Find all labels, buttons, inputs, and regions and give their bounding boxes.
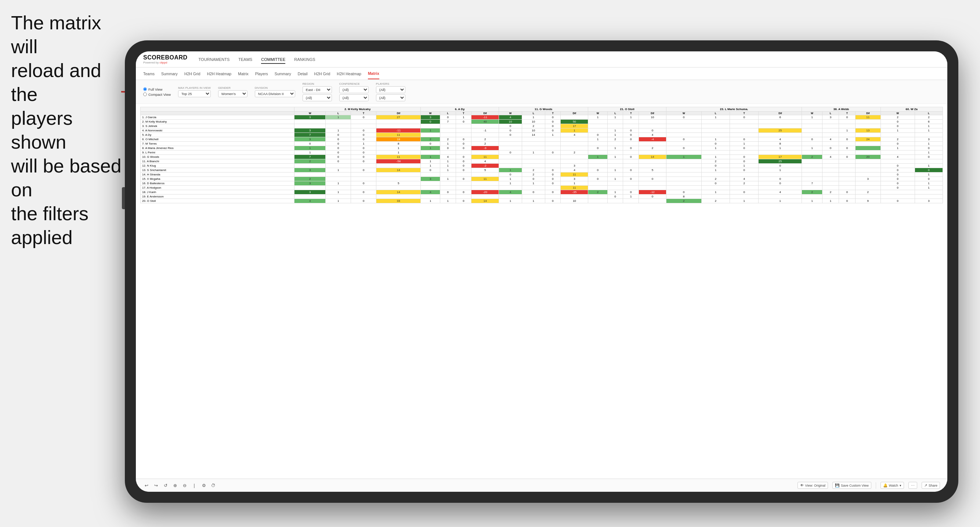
cell: 0 (499, 124, 522, 129)
cell: 1 (440, 159, 456, 163)
cell (607, 142, 623, 146)
subh-w4: W (588, 111, 607, 115)
cell: 0 (730, 137, 759, 142)
nav-rankings[interactable]: RANKINGS (294, 56, 315, 63)
gender-select[interactable]: Women's (218, 90, 248, 97)
share-button[interactable]: ↗ Share (922, 482, 940, 489)
cell (666, 124, 701, 129)
conference-select[interactable]: (All) (339, 86, 369, 93)
cell: 0 (730, 159, 759, 163)
refresh-button[interactable]: ↺ (162, 482, 169, 489)
cell: 0 (701, 181, 730, 186)
max-players-select[interactable]: Top 25 (178, 90, 211, 97)
cell (822, 142, 838, 146)
subh-l7: L (915, 111, 943, 115)
conference-sub-select[interactable]: (All) (339, 94, 369, 101)
redo-button[interactable]: ↪ (153, 482, 159, 489)
tab-h2h-heatmap[interactable]: H2H Heatmap (207, 68, 232, 79)
tab-summary-2[interactable]: Summary (275, 68, 291, 79)
subh-d2: Dif (471, 111, 499, 115)
tab-matrix-1[interactable]: Matrix (238, 68, 248, 79)
cell (880, 151, 915, 155)
division-label: Division (255, 86, 295, 90)
player-name: 17. A Hodgson (141, 186, 294, 190)
cell (545, 137, 561, 142)
players-sub-select[interactable]: (All) (376, 94, 406, 101)
cell (880, 190, 915, 195)
cell (701, 129, 730, 133)
cell (822, 159, 838, 163)
cell (499, 155, 522, 159)
cell: -4 (639, 137, 667, 142)
cell: 2 (880, 115, 915, 120)
full-view-radio[interactable]: Full View (143, 87, 171, 91)
cell (701, 195, 730, 199)
cell: 1 (915, 129, 943, 133)
view-original-button[interactable]: 👁 View: Original (797, 482, 828, 489)
settings-button[interactable]: ⚙ (200, 482, 207, 489)
region-select[interactable]: East - DII (302, 86, 332, 93)
nav-teams[interactable]: TEAMS (238, 56, 252, 63)
tab-detail[interactable]: Detail (298, 68, 308, 79)
nav-committee[interactable]: COMMITTEE (261, 56, 285, 64)
player-name: 1. J Garcia (141, 115, 294, 120)
cell (588, 124, 607, 129)
cell (294, 173, 326, 177)
cell (326, 173, 351, 177)
tab-matrix-active[interactable]: Matrix (368, 68, 379, 79)
cell: 1 (730, 199, 759, 203)
player-name: 13. S Srichantamit (141, 168, 294, 173)
nav-tournaments[interactable]: TOURNAMENTS (199, 56, 230, 63)
cell: 0 (730, 190, 759, 195)
cell: 3 (915, 199, 943, 203)
cell: 2 (588, 190, 607, 195)
cell (822, 168, 838, 173)
tab-teams[interactable]: Teams (143, 68, 154, 79)
undo-button[interactable]: ↩ (143, 482, 150, 489)
cell (351, 186, 376, 190)
timer-button[interactable]: ⏱ (210, 482, 216, 489)
player-name: 16. D Ballesteros (141, 181, 294, 186)
division-select[interactable]: NCAA Division II (255, 90, 295, 97)
region-sub-select[interactable]: (All) (302, 94, 332, 101)
cell (376, 195, 421, 199)
cell: 2 (421, 137, 440, 142)
cell (730, 173, 759, 177)
compact-view-input[interactable] (143, 92, 147, 96)
col-group-za: 60. W Za (880, 107, 943, 111)
cell: 1 (880, 146, 915, 151)
cell: 2 (471, 142, 499, 146)
tab-players[interactable]: Players (255, 68, 268, 79)
matrix-container[interactable]: 2. M Kelly Mulcahy 6. A Dy 11. G Woods 2… (136, 104, 947, 479)
cell: 0 (802, 137, 822, 142)
cell (822, 120, 838, 124)
cell (730, 129, 759, 133)
cell: 1 (326, 181, 351, 186)
cell (802, 133, 822, 137)
zoom-button[interactable]: ⊕ (172, 482, 178, 489)
players-select[interactable]: (All) (376, 86, 406, 93)
tab-h2h-heatmap-2[interactable]: H2H Heatmap (337, 68, 361, 79)
share-button-2[interactable]: ⋯ (908, 482, 917, 489)
tab-h2h-grid[interactable]: H2H Grid (185, 68, 200, 79)
subh-d5: Dif (759, 111, 802, 115)
cell: 50 (561, 120, 588, 124)
cell (701, 173, 730, 177)
cell (639, 163, 667, 168)
cell: 33 (376, 199, 421, 203)
cell (545, 163, 561, 168)
cell: 1 (607, 190, 623, 195)
full-view-input[interactable] (143, 87, 147, 91)
save-custom-button[interactable]: 💾 Save Custom View (832, 482, 871, 489)
cell: 1 (915, 142, 943, 146)
cell: 7 (294, 155, 326, 159)
cell: 1 (421, 199, 440, 203)
watch-button[interactable]: 🔔 Watch ▾ (880, 482, 904, 489)
cell: 0 (545, 129, 561, 133)
compact-view-radio[interactable]: Compact View (143, 92, 171, 97)
cell: 2 (701, 177, 730, 181)
cell (802, 163, 822, 168)
tab-h2h-grid-2[interactable]: H2H Grid (314, 68, 331, 79)
tab-summary[interactable]: Summary (161, 68, 178, 79)
zoom-out-button[interactable]: ⊖ (181, 482, 188, 489)
